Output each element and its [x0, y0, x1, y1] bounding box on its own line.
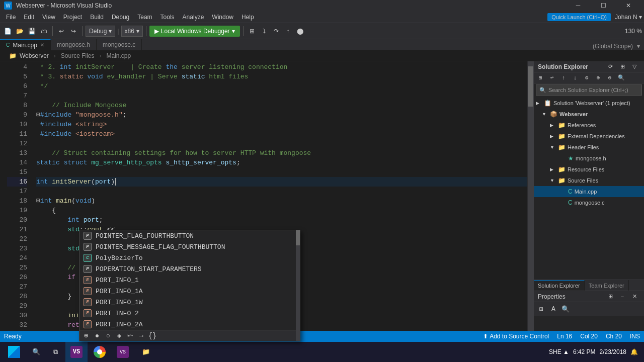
toolbar-stepover[interactable]: ↷ [271, 26, 282, 37]
tree-root[interactable]: ▶ 📋 Solution 'Webserver' (1 project) [534, 98, 644, 109]
menu-project[interactable]: Project [59, 11, 86, 23]
taskbar-chrome[interactable] [89, 342, 111, 362]
toolbar-step[interactable]: ⤵ [259, 26, 270, 37]
se-tool-4[interactable]: ↓ [570, 72, 581, 83]
toolbar-undo[interactable]: ↩ [56, 26, 67, 37]
menu-build[interactable]: Build [86, 11, 108, 23]
toolbar-redo[interactable]: ↪ [68, 26, 79, 37]
tree-source-files[interactable]: ▼ 📁 Source Files [534, 175, 644, 186]
subtab-maincpp[interactable]: Main.cpp [102, 50, 136, 61]
ac-tool-3[interactable]: ○ [104, 331, 113, 340]
platform-label: x86 [125, 28, 134, 35]
ac-item-4[interactable]: E PORT_INFO_1 [79, 275, 300, 286]
subtab-webserver[interactable]: 📁 Webserver [4, 50, 54, 61]
editor-scrollbar[interactable] [527, 61, 533, 351]
ac-item-8[interactable]: E PORT_INFO_2A [79, 319, 300, 330]
tab-mongoose-h[interactable]: mongoose.h [51, 39, 97, 50]
se-tool-1[interactable]: ⊞ [535, 72, 546, 83]
prop-tool-alpha[interactable]: A [548, 304, 559, 315]
ac-item-6[interactable]: E PORT_INFO_1W [79, 297, 300, 308]
notification-icon[interactable]: 🔔 [630, 348, 638, 355]
tree-mongoose-h[interactable]: ★ mongoose.h [534, 153, 644, 164]
prop-ctrl-1[interactable]: ⊞ [605, 291, 616, 302]
status-add-source[interactable]: ⬆ Add to Source Control [483, 333, 549, 340]
menu-analyze[interactable]: Analyze [179, 11, 208, 23]
resource-icon: 📁 [558, 166, 566, 173]
toolbar-attach[interactable]: ⊞ [247, 26, 258, 37]
ac-scrollbar[interactable] [296, 230, 300, 341]
taskbar-taskvw[interactable]: ⧉ [46, 342, 64, 362]
toolbar-save[interactable]: 💾 [26, 26, 37, 37]
se-header: Solution Explorer ⟳ ⊞ ▽ [534, 61, 644, 72]
taskbar-search[interactable]: 🔍 [27, 342, 45, 362]
taskbar-explorer[interactable]: 📁 [135, 342, 157, 362]
ac-tool-1[interactable]: ⊕ [82, 331, 91, 340]
tree-mongoose-c[interactable]: C mongoose.c [534, 197, 644, 208]
quick-launch[interactable]: Quick Launch (Ctrl+Q) [547, 13, 611, 21]
menu-team[interactable]: Team [133, 11, 156, 23]
toolbar-bp[interactable]: ⬤ [295, 26, 306, 37]
se-tool-3[interactable]: ↑ [558, 72, 569, 83]
platform-dropdown[interactable]: x86 ▾ [121, 26, 143, 37]
maximize-button[interactable]: ☐ [592, 0, 615, 11]
menu-file[interactable]: File [2, 11, 20, 23]
toolbar-open[interactable]: 📂 [14, 26, 25, 37]
toolbar-new[interactable]: 📄 [2, 26, 13, 37]
prop-ctrl-2[interactable]: − [617, 291, 628, 302]
menu-view[interactable]: View [38, 11, 59, 23]
toolbar-saveall[interactable]: 🗃 [38, 26, 49, 37]
menu-debug[interactable]: Debug [108, 11, 133, 23]
tree-resource-files[interactable]: ▶ 📁 Resource Files [534, 164, 644, 175]
taskbar-vs2[interactable]: VS [112, 342, 134, 362]
toolbar-stepout[interactable]: ↑ [283, 26, 294, 37]
start-button[interactable] [2, 342, 26, 362]
taskbar-date: 2/23/2018 [600, 348, 626, 355]
ac-item-2[interactable]: C PolyBezierTo [79, 252, 300, 263]
se-tool-7[interactable]: ⊖ [604, 72, 615, 83]
prop-tool-search[interactable]: 🔍 [560, 304, 571, 315]
minimize-button[interactable]: ─ [567, 0, 590, 11]
se-tool-8[interactable]: 🔍 [616, 72, 627, 83]
ac-tool-4[interactable]: ◈ [115, 331, 124, 340]
tree-header-files[interactable]: ▼ 📁 Header Files [534, 142, 644, 153]
file-icon-2: C [568, 188, 573, 195]
se-tool-2[interactable]: ↩ [546, 72, 557, 83]
se-btn-filter[interactable]: ▽ [629, 61, 640, 72]
ac-tool-7[interactable]: {} [148, 331, 157, 340]
taskbar-vs[interactable]: VS [65, 342, 88, 362]
ac-tool-2[interactable]: ● [93, 331, 102, 340]
menu-tools[interactable]: Tools [156, 11, 179, 23]
ac-item-3[interactable]: P POPERATION_START_PARAMETERS [79, 263, 300, 275]
tab-mongoose-c[interactable]: mongoose.c [97, 39, 142, 50]
ac-tool-5[interactable]: ⤺ [126, 331, 135, 340]
tab-close-button[interactable]: ✕ [40, 42, 44, 48]
tree-ext-deps[interactable]: ▶ 📁 External Dependencies [534, 131, 644, 142]
ac-item-7[interactable]: E PORT_INFO_2 [79, 308, 300, 319]
ac-item-5[interactable]: E PORT_INFO_1A [79, 286, 300, 297]
prop-ctrl-3[interactable]: ✕ [629, 291, 640, 302]
close-button[interactable]: ✕ [617, 0, 640, 11]
se-search-box[interactable]: 🔍 Search Solution Explorer (Ctrl+;) [536, 84, 642, 96]
se-tool-6[interactable]: ⊕ [593, 72, 604, 83]
run-button[interactable]: ▶ Local Windows Debugger ▾ [149, 26, 240, 37]
tree-main-cpp[interactable]: C Main.cpp [534, 186, 644, 197]
prop-tool-grid[interactable]: ⊞ [536, 304, 547, 315]
tree-references[interactable]: ▶ 📁 References [534, 120, 644, 131]
ac-tool-6[interactable]: → [137, 331, 146, 340]
tab-solution-explorer[interactable]: Solution Explorer [534, 280, 585, 291]
menu-edit[interactable]: Edit [20, 11, 38, 23]
menu-help[interactable]: Help [237, 11, 258, 23]
tab-main-cpp[interactable]: C Main.cpp ✕ [0, 39, 51, 50]
ac-mini-toolbar: ⊕ ● ○ ◈ ⤺ → {} [79, 330, 300, 341]
menu-window[interactable]: Window [208, 11, 237, 23]
ac-item-1[interactable]: P POINTER_MESSAGE_FLAG_FOURTHBUTTON [79, 241, 300, 252]
subtab-source[interactable]: Source Files [56, 50, 100, 61]
debug-config-dropdown[interactable]: Debug ▾ [86, 26, 115, 37]
tree-webserver[interactable]: ▼ 📦 Webserver [534, 109, 644, 120]
se-btn-props[interactable]: ⊞ [617, 61, 628, 72]
se-tool-5[interactable]: ⚙ [581, 72, 592, 83]
se-btn-sync[interactable]: ⟳ [605, 61, 616, 72]
ac-item-0[interactable]: P POINTER_FLAG_FOURTHBUTTON [79, 230, 300, 241]
status-ch: Ch 20 [606, 333, 622, 340]
tab-team-explorer[interactable]: Team Explorer [585, 280, 629, 291]
